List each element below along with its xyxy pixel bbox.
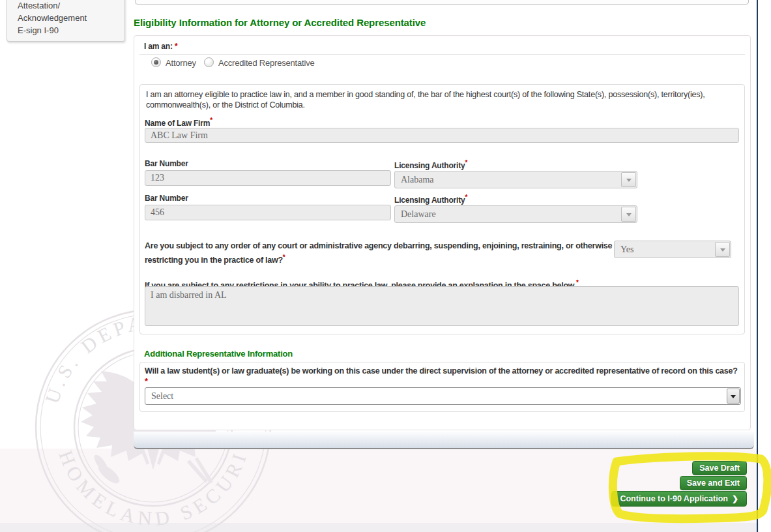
dropdown-arrow-icon[interactable] xyxy=(621,172,636,187)
attorney-details-panel: I am an attorney eligible to practice la… xyxy=(139,84,745,334)
save-and-exit-button[interactable]: Save and Exit xyxy=(680,476,747,490)
sidebar-item-attestation-line2: Acknowledgement xyxy=(18,12,124,24)
sidebar-item-esign-i90[interactable]: E-sign I-90 xyxy=(18,24,124,37)
explanation-textarea[interactable]: I am disbarred in AL xyxy=(145,286,739,326)
law-student-select[interactable]: Select xyxy=(145,387,741,405)
content-footer-bar xyxy=(134,432,754,449)
continue-label: Continue to I-90 Application xyxy=(620,494,728,503)
bar-number-2-label: Bar Number xyxy=(145,194,188,203)
previous-panel-edge xyxy=(135,0,749,5)
required-asterisk: * xyxy=(283,254,285,261)
continue-button[interactable]: Continue to I-90 Application ❯ xyxy=(611,491,747,507)
restriction-answer-select[interactable]: Yes xyxy=(614,241,731,258)
dropdown-arrow-icon[interactable] xyxy=(621,207,636,222)
required-asterisk: * xyxy=(145,376,148,386)
save-draft-button[interactable]: Save Draft xyxy=(692,461,747,475)
radio-attorney[interactable] xyxy=(151,57,161,67)
radio-accredited-representative-label[interactable]: Accredited Representative xyxy=(218,58,314,68)
attorney-intro-text: I am an attorney eligible to practice la… xyxy=(146,89,738,110)
uscis-form-page: U.S. DEPARTMENT OF HOMELAND SECURITY Att… xyxy=(0,0,771,532)
required-asterisk: * xyxy=(465,194,467,201)
required-asterisk: * xyxy=(465,159,467,166)
sidebar-nav-panel: Attestation/ Acknowledgement E-sign I-90 xyxy=(7,0,125,42)
dropdown-arrow-icon[interactable] xyxy=(715,242,730,257)
licensing-authority-2-select[interactable]: Delaware xyxy=(394,205,637,223)
licensing-authority-1-label: Licensing Authority* xyxy=(394,159,467,170)
bar-number-1-input[interactable] xyxy=(145,170,391,186)
restriction-question-label: Are you subject to any order of any cour… xyxy=(145,241,617,266)
save-draft-label: Save Draft xyxy=(699,464,740,473)
restriction-answer-value: Yes xyxy=(620,244,633,255)
additional-representative-panel: Will a law student(s) or law graduate(s)… xyxy=(139,362,745,412)
law-firm-input[interactable] xyxy=(145,128,739,143)
licensing-authority-1-value: Alabama xyxy=(401,175,434,185)
bar-number-1-label: Bar Number xyxy=(145,159,188,168)
form-actions: Save Draft Save and Exit Continue to I-9… xyxy=(611,461,747,507)
licensing-authority-1-select[interactable]: Alabama xyxy=(394,171,637,188)
radio-attorney-label[interactable]: Attorney xyxy=(166,58,196,68)
required-asterisk: * xyxy=(175,42,177,51)
required-asterisk: * xyxy=(576,279,579,286)
law-student-select-value: Select xyxy=(151,391,173,402)
i-am-an-label: I am an: * xyxy=(144,42,177,51)
additional-representative-heading: Additional Representative Information xyxy=(144,349,293,359)
sidebar-item-esign-label: E-sign I-90 xyxy=(18,24,124,37)
page-title: Eligibility Information for Attorney or … xyxy=(134,17,426,28)
chevron-right-icon: ❯ xyxy=(732,495,738,503)
radio-accredited-representative[interactable] xyxy=(204,57,214,67)
save-and-exit-label: Save and Exit xyxy=(687,479,740,488)
licensing-authority-2-value: Delaware xyxy=(401,209,436,220)
sidebar-item-attestation-line1: Attestation/ xyxy=(18,0,124,12)
sidebar-item-attestation[interactable]: Attestation/ Acknowledgement xyxy=(18,0,124,24)
required-asterisk: * xyxy=(210,117,212,124)
licensing-authority-2-label: Licensing Authority* xyxy=(394,194,467,205)
law-student-question-label: Will a law student(s) or law graduate(s)… xyxy=(145,366,742,377)
separator-line xyxy=(139,54,745,55)
dropdown-arrow-icon[interactable] xyxy=(727,389,740,404)
page-right-border xyxy=(757,0,758,532)
eligibility-form-panel: I am an: * Attorney Accredited Represent… xyxy=(134,35,751,430)
law-firm-label: Name of Law Firm* xyxy=(145,117,212,128)
bar-number-2-input[interactable] xyxy=(145,205,391,220)
